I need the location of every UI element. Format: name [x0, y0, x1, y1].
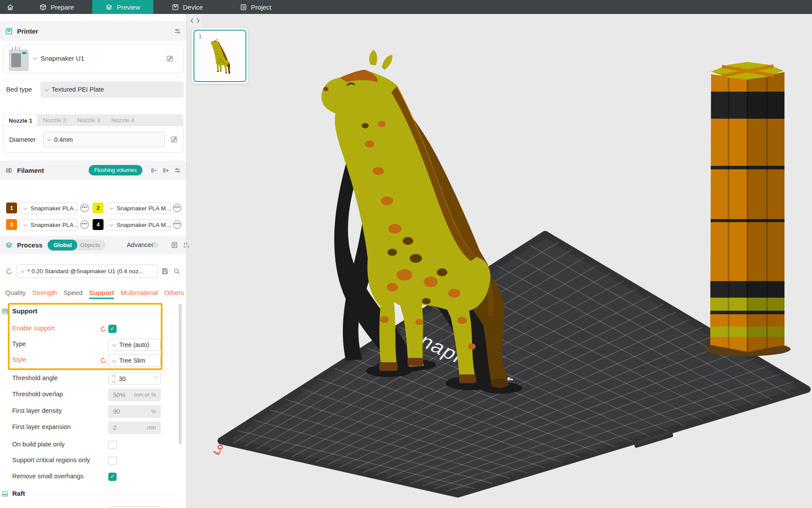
- home-button[interactable]: [0, 0, 20, 14]
- bed-type-label: Bed type: [6, 86, 32, 93]
- filament-3-swatch[interactable]: 3: [6, 219, 17, 230]
- filament-4-swatch[interactable]: 4: [93, 219, 104, 230]
- prepare-cube-icon: [39, 3, 47, 11]
- process-tab-speed[interactable]: Speed: [63, 289, 82, 296]
- first-layer-expansion-input[interactable]: 2 mm: [108, 422, 161, 434]
- process-tab-support[interactable]: Support: [89, 289, 114, 299]
- nozzle-card: Diameter 0.4mm: [3, 126, 183, 153]
- tab-device[interactable]: Device: [159, 0, 216, 14]
- filament-remove-icon[interactable]: [150, 167, 158, 174]
- scope-global-button[interactable]: Global: [48, 240, 77, 251]
- enable-support-checkbox[interactable]: [108, 325, 117, 333]
- build-plate-3d-view[interactable]: Snapmaker Lo: [187, 14, 812, 508]
- search-preset-icon[interactable]: [173, 268, 180, 275]
- threshold-overlap-input[interactable]: 50% mm or %: [108, 389, 161, 401]
- printer-edit-icon[interactable]: [166, 55, 173, 62]
- divider: [47, 312, 177, 312]
- filament-2-more-icon[interactable]: •••: [173, 204, 181, 212]
- tab-prepare[interactable]: Prepare: [26, 0, 87, 14]
- enable-support-label: Enable support: [12, 325, 55, 332]
- panel-collapse-button[interactable]: [188, 14, 202, 27]
- filament-3-more-icon[interactable]: •••: [80, 220, 89, 229]
- nozzle-tab-4[interactable]: Nozzle 4: [106, 114, 140, 126]
- scope-objects-button[interactable]: Objects: [77, 240, 106, 251]
- filament-3-dropdown[interactable]: Snapmaker PLA ...: [20, 219, 78, 230]
- svg-text:A: A: [186, 242, 188, 245]
- filament-row-2: 3 Snapmaker PLA ... ••• 4 Snapmaker PLA …: [0, 219, 179, 231]
- process-tab-multimaterial[interactable]: Multimaterial: [121, 289, 158, 296]
- stepper-arrows[interactable]: [112, 375, 115, 382]
- nozzle-tab-3[interactable]: Nozzle 3: [72, 114, 106, 126]
- support-style-dropdown[interactable]: Tree Slim: [108, 354, 161, 367]
- filament-4-more-icon[interactable]: •••: [173, 220, 181, 229]
- raft-group-title: Raft: [12, 490, 25, 497]
- support-type-label: Type: [12, 340, 26, 347]
- support-critical-label: Support critical regions only: [12, 457, 90, 463]
- top-navigation: Prepare Preview Device Project: [0, 0, 812, 14]
- on-build-plate-only-row: On build plate only: [0, 439, 179, 451]
- preset-dropdown[interactable]: * 0.20 Standard @Snapmaker U1 (0.4 noz..…: [17, 264, 158, 278]
- enable-support-reset-icon[interactable]: [100, 325, 107, 333]
- process-tab-strength[interactable]: Strength: [32, 289, 57, 296]
- flushing-volumes-button[interactable]: Flushing volumes: [89, 165, 142, 175]
- chevron-down-icon: [24, 222, 28, 227]
- save-preset-icon[interactable]: [161, 268, 169, 275]
- support-critical-checkbox[interactable]: [108, 457, 117, 465]
- threshold-angle-label: Threshold angle: [12, 374, 58, 381]
- nozzle-tab-2[interactable]: Nozzle 2: [38, 114, 72, 126]
- remove-small-overhangs-checkbox[interactable]: [108, 473, 117, 481]
- first-layer-expansion-value: 2: [113, 424, 117, 431]
- plate-thumbnail-1[interactable]: 1: [193, 30, 246, 82]
- process-scope-toggle: Global Objects: [48, 240, 106, 251]
- diameter-value: 0.4mm: [54, 136, 73, 143]
- bed-type-dropdown[interactable]: Textured PEI Plate: [41, 82, 183, 97]
- support-style-label: Style: [12, 356, 26, 363]
- process-tab-others[interactable]: Others: [164, 289, 184, 296]
- printer-name: Snapmaker U1: [41, 55, 84, 62]
- tab-preview-label: Preview: [117, 3, 140, 11]
- filament-2-swatch[interactable]: 2: [93, 203, 104, 213]
- project-list-icon: [240, 3, 247, 11]
- process-tab-quality[interactable]: Quality: [5, 289, 26, 296]
- filament-2-dropdown[interactable]: Snapmaker PLA M...: [106, 203, 171, 214]
- raft-group-icon: [1, 490, 9, 498]
- first-layer-expansion-label: First layer expansion: [12, 423, 71, 430]
- remove-small-overhangs-row: Remove small overhangs: [0, 471, 179, 483]
- diameter-dropdown[interactable]: 0.4mm: [43, 132, 165, 147]
- filament-1-more-icon[interactable]: •••: [80, 204, 89, 212]
- advanced-label: Advanced: [127, 241, 155, 248]
- support-type-dropdown[interactable]: Tree (auto): [108, 339, 161, 351]
- on-build-plate-only-checkbox[interactable]: [108, 441, 117, 449]
- preset-reset-icon[interactable]: [5, 268, 13, 275]
- chevron-down-icon: [21, 268, 25, 273]
- printer-image: [9, 48, 28, 71]
- device-printer-icon: [172, 3, 179, 11]
- preset-page-icon[interactable]: [171, 241, 178, 249]
- support-group-header: Support: [0, 306, 183, 318]
- compare-ab-icon[interactable]: AB: [183, 241, 190, 249]
- raft-layers-spinner[interactable]: 0 layers: [108, 506, 161, 508]
- toggle-knob: [153, 242, 159, 248]
- support-type-value: Tree (auto): [119, 341, 149, 348]
- printer-settings-sliders-icon[interactable]: [174, 27, 181, 35]
- tab-preview[interactable]: Preview: [92, 0, 153, 14]
- support-style-reset-icon[interactable]: [100, 357, 107, 364]
- filament-4-dropdown[interactable]: Snapmaker PLA M...: [106, 219, 171, 230]
- home-icon: [7, 3, 14, 11]
- threshold-angle-value: 30: [119, 375, 126, 382]
- nozzle-tab-1[interactable]: Nozzle 1: [3, 114, 38, 126]
- tab-project[interactable]: Project: [227, 0, 285, 14]
- filament-add-icon[interactable]: [162, 167, 169, 174]
- diameter-edit-icon[interactable]: [170, 136, 178, 143]
- printer-select-dropdown[interactable]: Snapmaker U1: [34, 55, 84, 62]
- chevron-down-icon: [112, 358, 117, 362]
- filament-settings-sliders-icon[interactable]: [174, 167, 181, 174]
- bed-type-row: Bed type Textured PEI Plate: [0, 82, 179, 98]
- filament-1-dropdown[interactable]: Snapmaker PLA ...: [20, 203, 78, 214]
- filament-1-swatch[interactable]: 1: [6, 203, 17, 213]
- first-layer-density-row: First layer density 90 %: [0, 405, 179, 418]
- first-layer-density-input[interactable]: 90 %: [108, 405, 161, 418]
- threshold-angle-spinner[interactable]: 30 °: [108, 373, 161, 385]
- settings-scrollbar[interactable]: [179, 304, 182, 444]
- chevron-down-icon: [24, 206, 28, 210]
